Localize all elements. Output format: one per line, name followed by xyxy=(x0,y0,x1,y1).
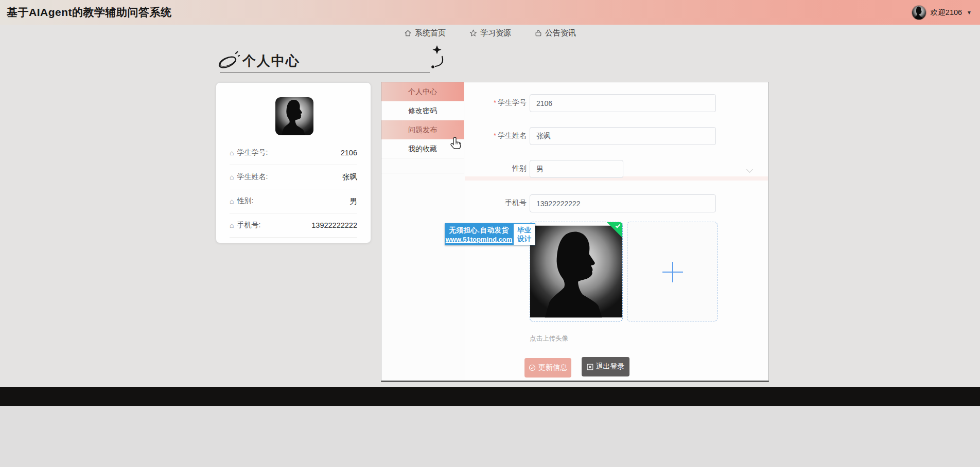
chevron-down-icon[interactable]: ▼ xyxy=(967,10,972,15)
star-icon xyxy=(469,29,477,37)
nav-item-announcements[interactable]: 公告资讯 xyxy=(535,28,576,38)
menu-divider xyxy=(381,173,464,173)
row-value: 张飒 xyxy=(342,172,357,182)
watermark-text: 无须担心.自动发货 www.51topmind.com xyxy=(445,223,513,245)
user-avatar[interactable] xyxy=(912,6,926,20)
required-mark: * xyxy=(494,132,496,139)
row-value: 2106 xyxy=(341,149,357,157)
student-id-input[interactable] xyxy=(530,94,716,112)
student-id-label: *学生学号 xyxy=(466,98,527,107)
star-swish-icon xyxy=(419,44,446,74)
row-value: 男 xyxy=(350,196,358,206)
home-icon: ⌂ xyxy=(230,173,234,181)
hand-cursor xyxy=(450,136,463,150)
logout-label: 退出登录 xyxy=(596,362,625,371)
footer-area xyxy=(0,406,980,467)
row-label: 手机号: xyxy=(237,221,260,230)
nav-label: 公告资讯 xyxy=(545,28,576,38)
plus-icon xyxy=(672,262,673,282)
menu-item-personal-center[interactable]: 个人中心 xyxy=(381,82,464,101)
home-icon xyxy=(404,29,412,37)
nav-item-resources[interactable]: 学习资源 xyxy=(469,28,511,38)
main-nav: 系统首页 学习资源 公告资讯 xyxy=(0,25,980,41)
uploaded-avatar-thumbnail[interactable] xyxy=(530,222,623,321)
page-title: 个人中心 xyxy=(242,52,300,70)
nav-label: 学习资源 xyxy=(480,28,511,38)
home-icon: ⌂ xyxy=(230,197,234,205)
phone-label: 手机号 xyxy=(466,199,527,208)
close-square-icon xyxy=(587,364,593,370)
watermark-badge: 毕业 设计 xyxy=(513,223,535,245)
nav-item-home[interactable]: 系统首页 xyxy=(404,28,446,38)
check-circle-icon xyxy=(529,364,536,371)
student-name-input[interactable] xyxy=(530,127,716,145)
bag-icon xyxy=(535,29,542,37)
footer-bar xyxy=(0,387,980,406)
row-label: 性别: xyxy=(237,196,253,206)
gender-label: 性别 xyxy=(466,164,527,173)
welcome-text: 欢迎2106 xyxy=(931,8,962,17)
upload-hint: 点击上传头像 xyxy=(530,334,568,343)
upload-avatar-button[interactable] xyxy=(627,222,717,321)
profile-avatar xyxy=(275,97,313,135)
logout-button[interactable]: 退出登录 xyxy=(582,357,629,376)
profile-row-student-id: ⌂学生学号: 2106 xyxy=(230,141,357,165)
page-title-block: 个人中心 xyxy=(216,45,452,76)
app-title: 基于AIAgent的教学辅助问答系统 xyxy=(0,5,172,20)
nav-label: 系统首页 xyxy=(415,28,446,38)
phone-input[interactable] xyxy=(530,194,716,212)
profile-row-phone: ⌂手机号: 13922222222 xyxy=(230,213,357,238)
home-icon: ⌂ xyxy=(230,221,234,229)
row-value: 13922222222 xyxy=(311,221,357,229)
app-header: 基于AIAgent的教学辅助问答系统 欢迎2106 ▼ xyxy=(0,0,980,25)
watermark: 无须担心.自动发货 www.51topmind.com 毕业 设计 xyxy=(445,223,535,245)
page: 基于AIAgent的教学辅助问答系统 欢迎2106 ▼ 系统首页 学习资源 公告… xyxy=(0,0,980,467)
profile-row-gender: ⌂性别: 男 xyxy=(230,189,357,213)
profile-card: ⌂学生学号: 2106 ⌂学生姓名: 张飒 ⌂性别: 男 ⌂手机号: 13922… xyxy=(216,82,371,243)
settings-panel: 个人中心 修改密码 问题发布 我的收藏 *学生学号 *学生姓名 性别 手机号 xyxy=(381,82,769,382)
student-name-label: *学生姓名 xyxy=(466,131,527,140)
row-label: 学生姓名: xyxy=(237,172,268,182)
gender-select[interactable] xyxy=(530,160,623,178)
title-underline xyxy=(220,73,430,73)
chevron-down-icon[interactable] xyxy=(746,166,753,173)
watermark-link: www.51topmind.com xyxy=(446,236,513,243)
profile-row-student-name: ⌂学生姓名: 张飒 xyxy=(230,165,357,189)
required-mark: * xyxy=(494,99,496,106)
update-info-button[interactable]: 更新信息 xyxy=(524,358,571,378)
menu-item-change-password[interactable]: 修改密码 xyxy=(381,101,464,120)
home-icon: ⌂ xyxy=(230,149,234,157)
row-label: 学生学号: xyxy=(237,148,268,157)
profile-info-list: ⌂学生学号: 2106 ⌂学生姓名: 张飒 ⌂性别: 男 ⌂手机号: 13922… xyxy=(230,141,357,238)
user-menu[interactable]: 欢迎2106 ▼ xyxy=(912,0,972,25)
pen-doodle-icon xyxy=(217,49,241,71)
update-info-label: 更新信息 xyxy=(538,363,567,372)
